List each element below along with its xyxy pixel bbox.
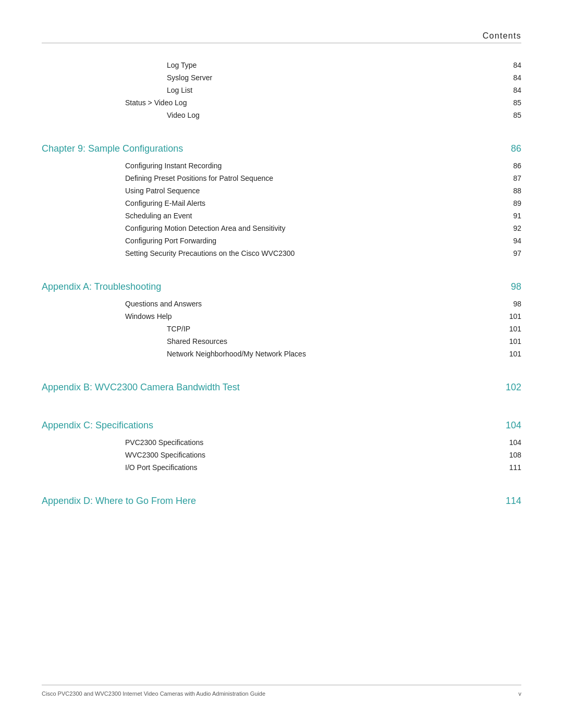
- entry-title: Configuring E-Mail Alerts: [125, 199, 205, 207]
- entry-title: Using Patrol Sequence: [125, 187, 200, 195]
- toc-entry: Windows Help101: [42, 310, 521, 323]
- entry-page: 84: [500, 61, 521, 69]
- chapter-heading: Appendix C: Specifications104: [42, 418, 521, 433]
- entry-page: 94: [500, 237, 521, 245]
- toc-entry: WVC2300 Specifications108: [42, 449, 521, 461]
- toc-entry: Configuring Instant Recording86: [42, 159, 521, 172]
- entry-page: 101: [500, 350, 521, 358]
- entry-title: Syslog Server: [167, 73, 212, 82]
- chapter-page: 86: [490, 143, 521, 154]
- chapter-heading: Chapter 9: Sample Configurations86: [42, 141, 521, 156]
- toc-entry: PVC2300 Specifications104: [42, 436, 521, 449]
- entry-title: Log Type: [167, 61, 197, 69]
- chapter-title: Chapter 9: Sample Configurations: [42, 143, 183, 154]
- entry-page: 98: [500, 300, 521, 308]
- toc-entry: Network Neighborhood/My Network Places10…: [42, 348, 521, 360]
- toc-entry: Using Patrol Sequence88: [42, 184, 521, 197]
- entry-page: 101: [500, 325, 521, 333]
- chapter-title: Appendix D: Where to Go From Here: [42, 496, 196, 507]
- entry-title: Windows Help: [125, 312, 172, 320]
- entry-page: 104: [500, 438, 521, 447]
- entry-title: TCP/IP: [167, 325, 190, 333]
- entry-page: 111: [500, 463, 521, 472]
- toc-entry: Log List84: [42, 84, 521, 96]
- entry-title: Log List: [167, 86, 192, 94]
- toc-entry: I/O Port Specifications111: [42, 461, 521, 474]
- toc-entry: Scheduling an Event91: [42, 209, 521, 222]
- page-container: Contents Log Type84Syslog Server84Log Li…: [0, 0, 563, 728]
- toc-entry: Syslog Server84: [42, 71, 521, 84]
- entry-title: Status > Video Log: [125, 98, 187, 107]
- toc-entry: Configuring Motion Detection Area and Se…: [42, 222, 521, 235]
- chapter-page: 114: [490, 496, 521, 507]
- chapter-page: 98: [490, 281, 521, 292]
- chapter-title: Appendix A: Troubleshooting: [42, 281, 161, 292]
- entry-title: Defining Preset Positions for Patrol Seq…: [125, 174, 273, 182]
- chapter-heading: Appendix D: Where to Go From Here114: [42, 493, 521, 509]
- entry-title: PVC2300 Specifications: [125, 438, 203, 447]
- footer-text: Cisco PVC2300 and WVC2300 Internet Video…: [42, 690, 265, 697]
- header-section: Contents: [42, 31, 521, 41]
- entry-page: 101: [500, 337, 521, 346]
- header-title: Contents: [483, 31, 521, 40]
- entry-title: Configuring Port Forwarding: [125, 237, 216, 245]
- entry-page: 86: [500, 162, 521, 170]
- top-divider: [42, 43, 521, 43]
- entry-title: Configuring Instant Recording: [125, 162, 222, 170]
- entry-page: 91: [500, 212, 521, 220]
- toc-entry: Configuring Port Forwarding94: [42, 235, 521, 247]
- entry-page: 84: [500, 73, 521, 82]
- chapter-page: 102: [490, 382, 521, 393]
- entry-page: 85: [500, 98, 521, 107]
- entry-title: Shared Resources: [167, 337, 227, 346]
- entry-page: 97: [500, 249, 521, 257]
- entry-title: Configuring Motion Detection Area and Se…: [125, 224, 285, 232]
- entry-page: 87: [500, 174, 521, 182]
- entry-title: WVC2300 Specifications: [125, 451, 205, 459]
- toc-entry: Status > Video Log85: [42, 96, 521, 109]
- footer: Cisco PVC2300 and WVC2300 Internet Video…: [42, 685, 521, 697]
- entry-title: Questions and Answers: [125, 300, 202, 308]
- chapter-title: Appendix C: Specifications: [42, 420, 153, 431]
- entry-title: Scheduling an Event: [125, 212, 192, 220]
- chapter-heading: Appendix A: Troubleshooting98: [42, 279, 521, 294]
- entry-page: 85: [500, 111, 521, 119]
- entry-page: 101: [500, 312, 521, 320]
- entry-title: I/O Port Specifications: [125, 463, 198, 472]
- entry-page: 84: [500, 86, 521, 94]
- entry-title: Network Neighborhood/My Network Places: [167, 350, 306, 358]
- toc-entry: TCP/IP101: [42, 323, 521, 335]
- toc-entries: Log Type84Syslog Server84Log List84Statu…: [42, 59, 521, 685]
- toc-entry: Configuring E-Mail Alerts89: [42, 197, 521, 209]
- toc-entry: Questions and Answers98: [42, 298, 521, 310]
- entry-page: 88: [500, 187, 521, 195]
- footer-page: v: [519, 690, 522, 697]
- toc-entry: Shared Resources101: [42, 335, 521, 348]
- chapter-heading: Appendix B: WVC2300 Camera Bandwidth Tes…: [42, 380, 521, 395]
- chapter-page: 104: [490, 420, 521, 431]
- entry-title: Video Log: [167, 111, 200, 119]
- toc-entry: Video Log85: [42, 109, 521, 121]
- chapter-title: Appendix B: WVC2300 Camera Bandwidth Tes…: [42, 382, 240, 393]
- entry-page: 108: [500, 451, 521, 459]
- entry-title: Setting Security Precautions on the Cisc…: [125, 249, 295, 257]
- toc-entry: Log Type84: [42, 59, 521, 71]
- entry-page: 89: [500, 199, 521, 207]
- entry-page: 92: [500, 224, 521, 232]
- toc-entry: Defining Preset Positions for Patrol Seq…: [42, 172, 521, 184]
- toc-entry: Setting Security Precautions on the Cisc…: [42, 247, 521, 260]
